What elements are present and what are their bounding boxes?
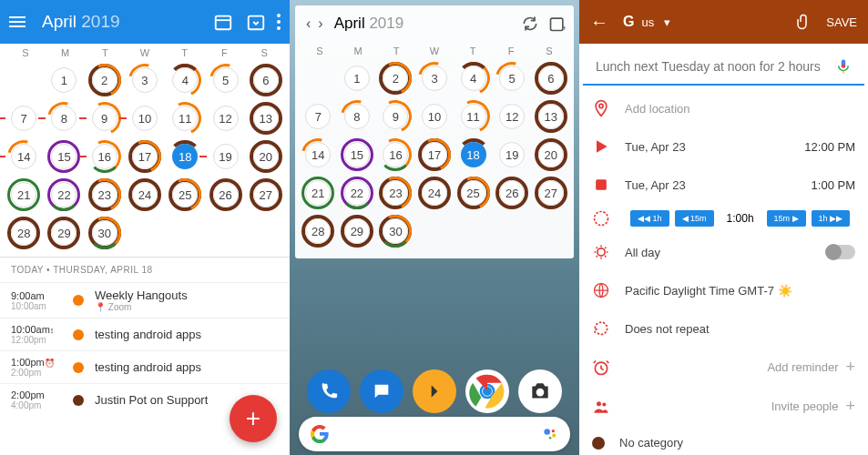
calendar-day[interactable]: 4 [454, 60, 493, 96]
phone-app-icon[interactable] [307, 369, 351, 413]
back-button[interactable]: ← [590, 12, 608, 33]
calendar-day[interactable]: 26 [493, 175, 532, 211]
calendar-day[interactable]: 20 [531, 136, 570, 173]
calendar-day[interactable]: 3 [125, 62, 165, 98]
calendar-day[interactable]: 25 [454, 175, 493, 211]
calendar-day[interactable]: 17 [415, 136, 454, 173]
overflow-menu-icon[interactable] [277, 14, 281, 30]
calendar-day[interactable]: 6 [246, 62, 286, 98]
calendar-widget[interactable]: ‹ › April 2019 + SMTWTFS 123456789101112… [295, 5, 574, 258]
add-invite-plus[interactable]: + [845, 397, 855, 416]
repeat-row[interactable]: Does not repeat [579, 309, 868, 348]
calendar-day[interactable]: 1 [44, 62, 84, 98]
calendar-day[interactable]: 7 [299, 98, 338, 135]
calendar-day[interactable]: 1 [338, 60, 377, 96]
duration-fwd-1h[interactable]: 1h ▶▶ [812, 210, 851, 227]
account-selector[interactable]: us ▾ [641, 15, 795, 29]
calendar-day[interactable]: 28 [299, 213, 338, 249]
calendar-day[interactable]: 24 [125, 177, 165, 213]
calendar-day[interactable]: 24 [415, 175, 454, 211]
calendar-day[interactable]: 26 [205, 177, 245, 213]
calendar-day[interactable]: 29 [44, 215, 84, 251]
calendar-day[interactable]: 13 [531, 98, 570, 135]
calendar-day[interactable]: 6 [531, 60, 570, 96]
calendar-day[interactable]: 17 [125, 138, 165, 175]
calendar-day[interactable]: 23 [85, 177, 125, 213]
allday-toggle[interactable] [826, 245, 855, 259]
calendar-day[interactable]: 19 [205, 138, 245, 175]
calendar-day[interactable]: 11 [454, 98, 493, 135]
calendar-day[interactable]: 19 [493, 136, 532, 173]
widget-month-label[interactable]: April 2019 [334, 15, 512, 33]
calendar-day[interactable]: 15 [338, 136, 377, 173]
menu-icon[interactable] [9, 14, 27, 30]
end-time-row[interactable]: Tue, Apr 231:00 PM [579, 166, 868, 204]
location-row[interactable]: Add location [579, 89, 868, 127]
add-event-icon[interactable]: + [548, 15, 567, 33]
calendar-day[interactable]: 30 [85, 215, 125, 251]
calendar-day[interactable]: 8 [338, 98, 377, 135]
plex-app-icon[interactable] [413, 369, 456, 413]
duration-back-1h[interactable]: ◀◀ 1h [630, 210, 669, 227]
calendar-day[interactable]: 23 [376, 175, 415, 211]
calendar-icon[interactable] [213, 12, 233, 32]
calendar-day[interactable]: 22 [338, 175, 377, 211]
calendar-day[interactable]: 18 [454, 136, 493, 173]
calendar-day[interactable]: 2 [376, 60, 415, 96]
calendar-day[interactable]: 14 [299, 136, 338, 173]
calendar-day[interactable]: 20 [246, 138, 286, 175]
add-event-fab[interactable]: + [230, 395, 277, 442]
calendar-day[interactable]: 22 [44, 177, 84, 213]
calendar-day[interactable]: 9 [376, 98, 415, 135]
agenda-item[interactable]: 10:00am↕12:00pmtesting android apps [0, 318, 290, 350]
messages-app-icon[interactable] [360, 369, 403, 413]
duration-back-15m[interactable]: ◀ 15m [675, 210, 714, 227]
duration-fwd-15m[interactable]: 15m ▶ [767, 210, 806, 227]
save-button[interactable]: SAVE [826, 15, 857, 29]
refresh-icon[interactable] [521, 15, 539, 33]
header-month[interactable]: April 2019 [42, 12, 200, 32]
add-reminder-plus[interactable]: + [845, 358, 855, 377]
calendar-day[interactable]: 4 [165, 62, 205, 98]
dow-label: M [46, 47, 86, 58]
google-search-bar[interactable] [299, 417, 570, 451]
calendar-day[interactable]: 16 [85, 138, 125, 175]
agenda-item[interactable]: 1:00pm⏰2:00pmtesting android apps [0, 350, 290, 383]
calendar-day[interactable]: 21 [299, 175, 338, 211]
goto-today-icon[interactable] [246, 12, 266, 32]
calendar-day[interactable]: 29 [338, 213, 377, 249]
reminder-row[interactable]: Add reminder+ [579, 348, 868, 387]
prev-month-button[interactable]: ‹ [302, 15, 314, 32]
calendar-day[interactable]: 21 [4, 177, 44, 213]
next-month-button[interactable]: › [314, 15, 326, 32]
invite-row[interactable]: Invite people+ [579, 387, 868, 426]
calendar-day[interactable]: 14 [4, 138, 44, 175]
calendar-day[interactable]: 30 [376, 213, 415, 249]
category-row[interactable]: No category [579, 426, 868, 455]
chrome-app-icon[interactable] [465, 369, 509, 413]
calendar-day[interactable]: 11 [165, 100, 205, 136]
calendar-day[interactable]: 25 [165, 177, 205, 213]
allday-row[interactable]: All day [579, 233, 868, 271]
calendar-day[interactable]: 27 [246, 177, 286, 213]
calendar-day[interactable]: 28 [4, 215, 44, 251]
calendar-day[interactable]: 3 [415, 60, 454, 96]
attachment-icon[interactable] [795, 13, 812, 31]
calendar-day[interactable]: 5 [493, 60, 532, 96]
calendar-day[interactable]: 12 [493, 98, 532, 135]
calendar-day[interactable]: 5 [205, 62, 245, 98]
agenda-item[interactable]: 9:00am10:00amWeekly Hangouts📍 Zoom [0, 282, 290, 318]
camera-app-icon[interactable] [518, 369, 562, 413]
calendar-day[interactable]: 10 [415, 98, 454, 135]
start-time-row[interactable]: Tue, Apr 2312:00 PM [579, 127, 868, 166]
assistant-icon[interactable] [541, 425, 559, 443]
voice-input-icon[interactable] [835, 56, 852, 76]
timezone-row[interactable]: Pacific Daylight Time GMT-7 ☀️ [579, 271, 868, 309]
calendar-day[interactable]: 10 [125, 100, 165, 136]
event-title-input[interactable] [596, 59, 835, 74]
calendar-day[interactable]: 16 [376, 136, 415, 173]
calendar-day[interactable]: 13 [246, 100, 286, 136]
calendar-day[interactable]: 2 [85, 62, 125, 98]
calendar-day[interactable]: 12 [205, 100, 245, 136]
calendar-day[interactable]: 27 [531, 175, 570, 211]
